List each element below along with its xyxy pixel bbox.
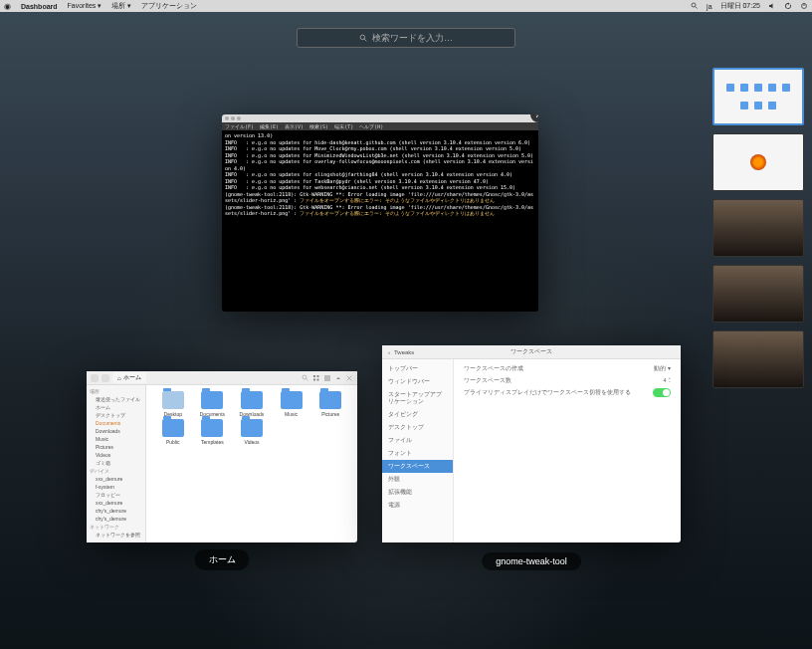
firefox-icon (750, 154, 766, 170)
sidebar-item[interactable]: Downloads (90, 427, 142, 435)
back-button[interactable] (91, 374, 99, 382)
volume-icon[interactable] (768, 2, 776, 10)
svg-rect-14 (324, 379, 330, 380)
row-label: ワークスペース数 (464, 377, 651, 384)
sidebar-item[interactable]: フロッピー (90, 491, 142, 499)
search-icon[interactable] (691, 2, 699, 10)
folder-item[interactable]: Videos (233, 419, 271, 445)
sidebar-item[interactable]: ゴミ箱 (90, 459, 142, 467)
tweak-sidebar-item[interactable]: 電源 (382, 499, 453, 512)
sidebar-item[interactable]: Documents (90, 419, 142, 427)
list-view-icon[interactable] (323, 374, 331, 382)
tweak-title-left: Tweaks (394, 349, 414, 355)
path-bar[interactable]: ⌂ ホーム (112, 372, 146, 383)
sidebar-item[interactable]: Music (90, 435, 142, 443)
svg-point-6 (303, 375, 306, 379)
spin-button[interactable]: 4 +− (651, 376, 671, 384)
files-grid[interactable]: DesktopDocumentsDownloadsMusicPicturesPu… (146, 385, 357, 542)
menu-edit[interactable]: 編集(E) (260, 123, 279, 130)
folder-item[interactable]: Pictures (311, 391, 349, 417)
terminal-titlebar[interactable] (222, 114, 538, 122)
workspace-thumb-2[interactable] (712, 133, 804, 191)
row-label: ワークスペースの作成 (464, 365, 654, 372)
grid-view-icon[interactable] (312, 374, 320, 382)
desktop-wallpaper (0, 0, 812, 649)
menu-file[interactable]: ファイル(F) (225, 123, 254, 130)
sidebar-item[interactable]: ネットワークを参照 (90, 531, 142, 539)
folder-item[interactable]: Downloads (233, 391, 271, 417)
tweak-sidebar-item[interactable]: 拡張機能 (382, 486, 453, 499)
tweak-sidebar-item[interactable]: スタートアップアプリケーション (382, 388, 453, 408)
folder-item[interactable]: Desktop (154, 391, 192, 417)
svg-rect-13 (324, 377, 330, 378)
overview-search[interactable]: 検索ワードを入力… (297, 28, 515, 48)
svg-rect-10 (313, 378, 315, 380)
sidebar-item[interactable]: 最近使ったファイル (90, 395, 142, 403)
terminal-menubar[interactable]: ファイル(F) 編集(E) 表示(V) 検索(S) 端末(T) ヘルプ(H) (222, 122, 538, 130)
svg-rect-11 (317, 378, 319, 380)
input-lang[interactable]: ja (707, 3, 711, 10)
forward-button[interactable] (102, 374, 109, 382)
tweak-sidebar-item[interactable]: デスクトップ (382, 421, 453, 434)
menu-view[interactable]: 表示(V) (285, 123, 304, 130)
tweak-title-center: ワークスペース (510, 347, 552, 356)
sidebar-item[interactable]: Videos (90, 451, 142, 459)
home-icon: ⌂ (117, 375, 121, 381)
tweak-sidebar-item[interactable]: フォント (382, 447, 453, 460)
menu-search[interactable]: 検索(S) (309, 123, 328, 130)
tweak-sidebar-item[interactable]: ウィンドウバー (382, 375, 453, 388)
svg-point-0 (692, 3, 696, 7)
back-icon[interactable]: ‹ (388, 349, 390, 355)
tweak-sidebar-item[interactable]: タイピング (382, 408, 453, 421)
top-panel: ◉ Dashboard Favorites ▾ 場所 ▾ アプリケーション ja… (0, 0, 812, 12)
svg-line-7 (306, 378, 308, 380)
sidebar-item[interactable]: chy's_demure (90, 507, 142, 515)
applications-menu[interactable]: アプリケーション (141, 1, 197, 11)
refresh-icon[interactable] (784, 2, 792, 10)
tweak-sidebar-item[interactable]: 外観 (382, 473, 453, 486)
svg-line-5 (364, 39, 366, 41)
svg-rect-8 (313, 375, 315, 377)
favorites-menu[interactable]: Favorites ▾ (68, 2, 102, 10)
files-sidebar: 場所最近使ったファイルホームデスクトップDocumentsDownloadsMu… (87, 385, 146, 542)
workspace-thumb-1[interactable] (712, 68, 804, 125)
folder-item[interactable]: Templates (194, 419, 232, 445)
sidebar-item[interactable]: xxx_demure (90, 475, 142, 483)
sidebar-item[interactable]: ホーム (90, 403, 142, 411)
places-menu[interactable]: 場所 ▾ (111, 1, 131, 11)
files-headerbar: ⌂ ホーム (87, 371, 357, 385)
sidebar-item[interactable]: Pictures (90, 443, 142, 451)
sidebar-item[interactable]: xxx_demure (90, 499, 142, 507)
tweak-sidebar-item[interactable]: トップバー (382, 362, 453, 375)
tweak-sidebar-item[interactable]: ワークスペース (382, 460, 453, 473)
menu-help[interactable]: ヘルプ(H) (359, 123, 383, 130)
workspace-thumb-5[interactable] (712, 330, 804, 388)
terminal-content[interactable]: on version 13.0)INFO : e.g.o no updates … (222, 130, 538, 219)
search-icon[interactable] (302, 374, 309, 382)
clock[interactable]: 日曜日 07:25 (720, 1, 760, 11)
tweak-window[interactable]: ‹ Tweaks ワークスペース トップバーウィンドウバースタートアップアプリケ… (382, 345, 681, 542)
terminal-window[interactable]: ファイル(F) 編集(E) 表示(V) 検索(S) 端末(T) ヘルプ(H) o… (222, 114, 538, 312)
tweak-sidebar: トップバーウィンドウバースタートアップアプリケーションタイピングデスクトップファ… (382, 359, 454, 542)
power-icon[interactable] (800, 2, 808, 10)
svg-line-1 (696, 7, 698, 9)
toggle-switch[interactable] (653, 388, 671, 397)
close-icon[interactable] (345, 374, 353, 382)
sidebar-item[interactable]: デスクトップ (90, 411, 142, 419)
sidebar-item[interactable]: f-system (90, 483, 142, 491)
workspace-thumb-4[interactable] (712, 265, 804, 323)
row-value[interactable]: 動的 ▾ (654, 365, 671, 372)
sidebar-item[interactable]: chy's_demure (90, 515, 142, 523)
tweak-sidebar-item[interactable]: ファイル (382, 434, 453, 447)
dashboard-menu[interactable]: Dashboard (21, 3, 58, 10)
menu-terminal[interactable]: 端末(T) (334, 123, 353, 130)
workspace-thumb-3[interactable] (712, 199, 804, 257)
search-icon (359, 34, 368, 43)
folder-item[interactable]: Documents (194, 391, 232, 417)
activities-icon[interactable]: ◉ (4, 2, 11, 11)
folder-item[interactable]: Public (154, 419, 192, 445)
folder-item[interactable]: Music (273, 391, 310, 417)
files-window[interactable]: ⌂ ホーム 場所最近使ったファイルホームデスクトップDocumentsDownl… (87, 371, 357, 542)
menu-icon[interactable] (334, 374, 342, 382)
tweak-main: ワークスペースの作成 動的 ▾ ワークスペース数 4 +− プライマリディスプレ… (454, 359, 681, 542)
